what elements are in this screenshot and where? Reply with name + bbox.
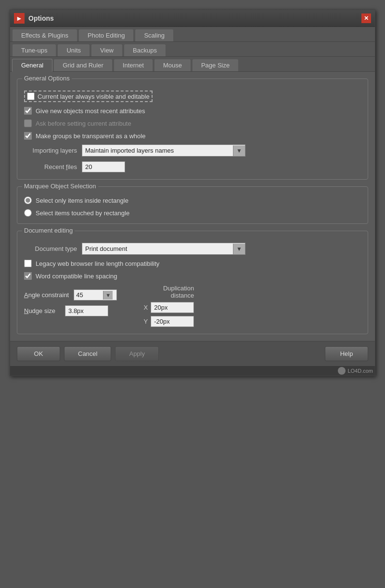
- main-content: General Options Current layer always vis…: [10, 72, 375, 341]
- dup-y-letter: Y: [141, 318, 148, 325]
- dup-x-letter: X: [141, 304, 148, 311]
- checkbox2-label: Give new objects most recent attributes: [36, 107, 145, 115]
- tab-effects-plugins[interactable]: Effects & Plugins: [12, 29, 77, 41]
- radio1-label: Select only items inside rectangle: [36, 197, 128, 204]
- document-editing-group: Document editing Document type Print doc…: [17, 231, 368, 334]
- tab-tune-ups[interactable]: Tune-ups: [12, 44, 56, 56]
- window-title: Options: [28, 14, 358, 22]
- ok-button[interactable]: OK: [17, 346, 60, 361]
- angle-arrow-icon: ▼: [103, 291, 113, 300]
- nudge-size-input[interactable]: [65, 305, 108, 316]
- tab-general[interactable]: General: [12, 59, 52, 72]
- tab-row-2: Tune-ups Units View Backups: [10, 42, 375, 57]
- radio2-row: Select items touched by rectangle: [24, 209, 361, 217]
- apply-button[interactable]: Apply: [115, 346, 159, 361]
- checkbox3-ask-before: [24, 119, 32, 127]
- close-button[interactable]: ✕: [361, 13, 371, 23]
- dup-x-row: X: [141, 302, 194, 313]
- importing-layers-select[interactable]: Maintain imported layers names Flatten l…: [82, 145, 233, 156]
- checkbox4-row: Make groups be transparent as a whole: [24, 132, 361, 140]
- radio-touched-rectangle[interactable]: [24, 209, 32, 217]
- word-label: Word compatible line spacing: [36, 273, 117, 280]
- app-icon: ►: [14, 13, 25, 24]
- nudge-row: Nudge size: [24, 305, 117, 316]
- angle-select[interactable]: 15 30 45 60 90: [74, 290, 103, 300]
- cancel-button[interactable]: Cancel: [64, 346, 111, 361]
- nudge-label: Nudge size: [24, 307, 55, 314]
- tab-internet[interactable]: Internet: [114, 59, 153, 71]
- tab-scaling[interactable]: Scaling: [135, 29, 174, 41]
- tab-backups[interactable]: Backups: [124, 44, 166, 56]
- radio1-row: Select only items inside rectangle: [24, 196, 361, 204]
- tab-photo-editing[interactable]: Photo Editing: [78, 29, 134, 41]
- legacy-label: Legacy web browser line length compatibi…: [36, 260, 159, 267]
- checkbox1-current-layer[interactable]: [27, 92, 35, 100]
- dup-x-input[interactable]: [151, 302, 194, 313]
- checkbox4-groups-transparent[interactable]: [24, 132, 32, 140]
- checkbox-legacy[interactable]: [24, 260, 32, 267]
- doc-type-row: Document type Print document Web documen…: [24, 243, 361, 255]
- watermark-text: LO4D.com: [347, 368, 373, 374]
- checkbox2-row: Give new objects most recent attributes: [24, 107, 361, 115]
- angle-label: Angle constraint: [24, 291, 69, 299]
- doc-type-arrow-icon: ▼: [233, 244, 245, 254]
- checkbox2-new-objects[interactable]: [24, 107, 32, 115]
- importing-layers-row: Importing layers Maintain imported layer…: [24, 144, 361, 157]
- checkbox3-label: Ask before setting current attribute: [36, 120, 131, 127]
- recent-files-input[interactable]: [82, 161, 125, 172]
- help-button[interactable]: Help: [325, 346, 368, 361]
- options-window: ► Options ✕ Effects & Plugins Photo Edit…: [10, 10, 375, 376]
- radio2-label: Select items touched by rectangle: [36, 209, 129, 217]
- dup-y-row: Y: [141, 316, 194, 327]
- tab-row-1: Effects & Plugins Photo Editing Scaling: [10, 27, 375, 42]
- watermark-icon: [338, 367, 346, 375]
- checkbox1-row: Current layer always visible and editabl…: [24, 91, 361, 102]
- document-editing-label: Document editing: [22, 227, 75, 234]
- recent-files-label: Recent files: [24, 163, 77, 170]
- tab-view[interactable]: View: [91, 44, 123, 56]
- left-fields: Angle constraint 15 30 45 60 90 ▼: [24, 285, 117, 316]
- tab-grid-ruler[interactable]: Grid and Ruler: [53, 59, 113, 71]
- dup-y-input[interactable]: [151, 316, 194, 327]
- importing-layers-label: Importing layers: [24, 147, 77, 154]
- angle-row: Angle constraint 15 30 45 60 90 ▼: [24, 289, 117, 301]
- general-options-group: General Options Current layer always vis…: [17, 78, 368, 180]
- checkbox1-dashed-wrap: Current layer always visible and editabl…: [24, 91, 153, 102]
- recent-files-row: Recent files: [24, 161, 361, 172]
- legacy-checkbox-row: Legacy web browser line length compatibi…: [24, 260, 361, 267]
- tab-row-3: General Grid and Ruler Internet Mouse Pa…: [10, 57, 375, 72]
- titlebar: ► Options ✕: [10, 10, 375, 27]
- checkbox4-label: Make groups be transparent as a whole: [36, 132, 145, 140]
- angle-duplication-row: Angle constraint 15 30 45 60 90 ▼: [24, 285, 361, 327]
- doc-type-dropdown-wrap: Print document Web document ▼: [82, 243, 245, 255]
- marquee-group: Marquee Object Selection Select only ite…: [17, 186, 368, 224]
- tab-mouse[interactable]: Mouse: [154, 59, 191, 71]
- importing-layers-arrow-icon: ▼: [233, 145, 245, 156]
- checkbox-word[interactable]: [24, 272, 32, 280]
- checkbox3-row: Ask before setting current attribute: [24, 119, 361, 127]
- button-row: OK Cancel Apply Help: [10, 341, 375, 366]
- doc-type-label: Document type: [24, 245, 77, 252]
- tab-page-size[interactable]: Page Size: [192, 59, 239, 71]
- checkbox1-label: Current layer always visible and editabl…: [38, 93, 150, 100]
- angle-dropdown-wrap: 15 30 45 60 90 ▼: [74, 289, 117, 301]
- watermark-bar: LO4D.com: [10, 366, 375, 376]
- general-options-label: General Options: [22, 75, 72, 82]
- word-checkbox-row: Word compatible line spacing: [24, 272, 361, 280]
- right-fields: Duplicationdistance X Y: [141, 285, 194, 327]
- tab-units[interactable]: Units: [57, 44, 90, 56]
- marquee-label: Marquee Object Selection: [22, 183, 98, 190]
- duplication-label: Duplicationdistance: [141, 285, 194, 299]
- radio-inside-rectangle[interactable]: [24, 196, 32, 204]
- importing-layers-dropdown-wrap: Maintain imported layers names Flatten l…: [82, 144, 245, 157]
- doc-type-select[interactable]: Print document Web document: [82, 243, 233, 254]
